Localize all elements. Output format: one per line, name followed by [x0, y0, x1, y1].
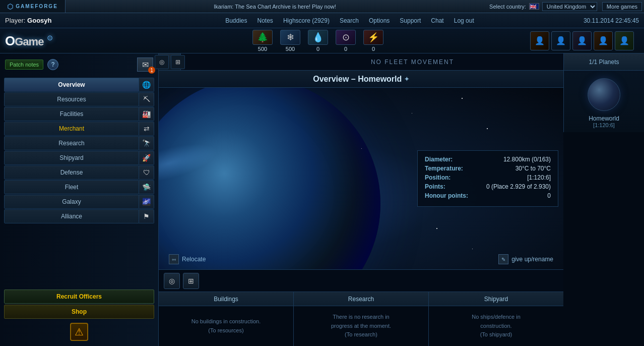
research-status: There is no research inprogress at the m…	[331, 313, 391, 339]
info-temperature: Temperature: 30°C to 70°C	[425, 165, 551, 172]
shipyard-status: No ships/defence inconstruction.(To ship…	[472, 313, 521, 339]
energy-icon: ⊙	[336, 30, 356, 45]
resource-crystal: ❄ 500	[280, 30, 300, 52]
action-row: ⇿ Relocate ✎ give up/rename	[159, 254, 563, 264]
nav-menu: Overview 🌐 Resources ⛏ Facilities 🏭 Merc…	[0, 76, 158, 225]
sidebar-item-facilities[interactable]: Facilities 🏭	[4, 107, 154, 121]
more-games-button[interactable]: More games	[602, 2, 642, 11]
nav-search[interactable]: Search	[340, 17, 359, 24]
fleet-bar-left: ◎ ⊞	[159, 53, 181, 70]
help-button[interactable]: ?	[47, 59, 58, 70]
char-5[interactable]: 👤	[615, 31, 634, 50]
merchant-label: Merchant	[4, 122, 139, 136]
char-2[interactable]: 👤	[551, 31, 570, 50]
nav-chat[interactable]: Chat	[431, 17, 443, 24]
galaxy-label: Galaxy	[4, 195, 139, 209]
messages-button[interactable]: ✉ 1	[137, 57, 153, 72]
points-label: Points:	[425, 183, 445, 190]
planets-header: 1/1 Planets	[564, 53, 644, 71]
datetime: 30.11.2014 22:45:45	[584, 17, 639, 24]
character-icons: 👤 👤 👤 👤 👤	[530, 31, 639, 50]
overview-footer: ◎ ⊞	[159, 269, 563, 292]
relocate-label: Relocate	[182, 256, 206, 263]
temperature-value: 30°C to 70°C	[516, 165, 551, 172]
resource-energy: ⊙ 0	[336, 30, 356, 52]
overview-header: Overview – Homeworld ✦	[159, 71, 563, 88]
sidebar-item-fleet[interactable]: Fleet 🛸	[4, 180, 154, 194]
nav-logout[interactable]: Log out	[454, 17, 474, 24]
recruit-officers-button[interactable]: Recruit Officers	[4, 290, 154, 304]
nav-highscore[interactable]: Highscore (2929)	[283, 17, 330, 24]
research-panel-content[interactable]: There is no research inprogress at the m…	[294, 306, 428, 346]
star-5	[436, 228, 437, 229]
nav-support[interactable]: Support	[400, 17, 421, 24]
country-select[interactable]: Select country: 🇬🇧 United Kingdom	[484, 2, 602, 11]
alert-icon[interactable]: ⚠	[70, 323, 88, 341]
sidebar-item-merchant[interactable]: Merchant ⇄	[4, 122, 154, 136]
diameter-label: Diameter:	[425, 156, 453, 163]
alliance-icon: ⚑	[139, 209, 154, 223]
relocate-button[interactable]: ⇿ Relocate	[169, 254, 206, 264]
footer-icon-1[interactable]: ◎	[164, 273, 180, 289]
fleet-icon-1[interactable]: ◎	[155, 55, 169, 69]
buildings-panel: Buildings No buildings in construction.(…	[159, 292, 294, 346]
overview-title: Overview – Homeworld	[313, 75, 402, 84]
info-honour: Honour points: 0	[425, 192, 551, 199]
buildings-panel-content[interactable]: No buildings in construction.(To resourc…	[159, 306, 293, 346]
homeworld-coords: [1:120:6]	[593, 122, 615, 128]
star-6	[472, 249, 473, 249]
resources-bar: OGame ⊙ 🌲 500 ❄ 500 💧 0 ⊙ 0 ⚡ 0 👤 👤 👤 👤 …	[0, 28, 644, 53]
footer-icon-2[interactable]: ⊞	[183, 273, 199, 289]
info-position: Position: [1:120:6]	[425, 174, 551, 181]
shop-button[interactable]: Shop	[4, 305, 154, 319]
giveup-rename-button[interactable]: ✎ give up/rename	[498, 254, 553, 264]
country-label: Select country:	[489, 4, 526, 10]
shipyard-icon: 🚀	[139, 151, 154, 165]
deuterium-icon: 💧	[308, 30, 328, 45]
nav-options[interactable]: Options	[369, 17, 390, 24]
patch-notes-button[interactable]: Patch notes	[5, 60, 43, 70]
sidebar-item-defense[interactable]: Defense 🛡	[4, 165, 154, 180]
deuterium-count: 0	[316, 46, 319, 52]
char-3[interactable]: 👤	[572, 31, 592, 50]
giveup-icon: ✎	[498, 254, 508, 264]
sidebar-item-alliance[interactable]: Alliance ⚑	[4, 209, 154, 223]
points-value: 0 (Place 2.929 of 2.930)	[486, 183, 551, 190]
nav-buddies[interactable]: Buddies	[225, 17, 247, 24]
nav-notes[interactable]: Notes	[257, 17, 273, 24]
research-label: Research	[4, 136, 139, 150]
resources-nav-icon: ⛏	[139, 92, 154, 106]
info-diameter: Diameter: 12.800km (0/163)	[425, 156, 551, 163]
sidebar-item-galaxy[interactable]: Galaxy 🌌	[4, 195, 154, 209]
sidebar-item-resources[interactable]: Resources ⛏	[4, 92, 154, 106]
char-1[interactable]: 👤	[530, 31, 549, 50]
defense-label: Defense	[4, 165, 139, 180]
resource-metal: 🌲 500	[252, 30, 273, 52]
char-4[interactable]: 👤	[594, 31, 613, 50]
sidebar-item-shipyard[interactable]: Shipyard 🚀	[4, 151, 154, 165]
giveup-label: give up/rename	[511, 256, 553, 263]
research-panel: Research There is no research inprogress…	[294, 292, 429, 346]
announcement-text: Ikariam: The Sea Chart Archive is here! …	[66, 4, 484, 10]
star-3	[487, 128, 488, 129]
shipyard-panel-content[interactable]: No ships/defence inconstruction.(To ship…	[429, 306, 563, 346]
info-points: Points: 0 (Place 2.929 of 2.930)	[425, 183, 551, 190]
gameforge-logo: ⬡ GAMEFORGE	[0, 0, 66, 13]
planet-item[interactable]: Homeworld [1:120:6]	[564, 71, 644, 132]
bottom-panels: Buildings No buildings in construction.(…	[159, 292, 563, 346]
star-2	[412, 113, 412, 113]
honour-label: Honour points:	[425, 192, 468, 199]
metal-count: 500	[258, 46, 267, 52]
country-dropdown[interactable]: United Kingdom	[542, 2, 597, 11]
overview-icon: 🌐	[139, 78, 154, 92]
player-prefix: Player:	[5, 17, 25, 24]
fleet-label: Fleet	[4, 180, 139, 194]
resources-label: Resources	[4, 92, 139, 106]
merchant-icon: ⇄	[139, 122, 154, 136]
shipyard-label: Shipyard	[4, 151, 139, 165]
planet-info-panel: Diameter: 12.800km (0/163) Temperature: …	[417, 150, 558, 207]
sidebar-bottom: Recruit Officers Shop ⚠	[0, 287, 158, 346]
sidebar-item-research[interactable]: Research 🔭	[4, 136, 154, 150]
sidebar-top: Patch notes ? ✉ 1	[0, 53, 158, 76]
sidebar-item-overview[interactable]: Overview 🌐	[4, 78, 154, 92]
